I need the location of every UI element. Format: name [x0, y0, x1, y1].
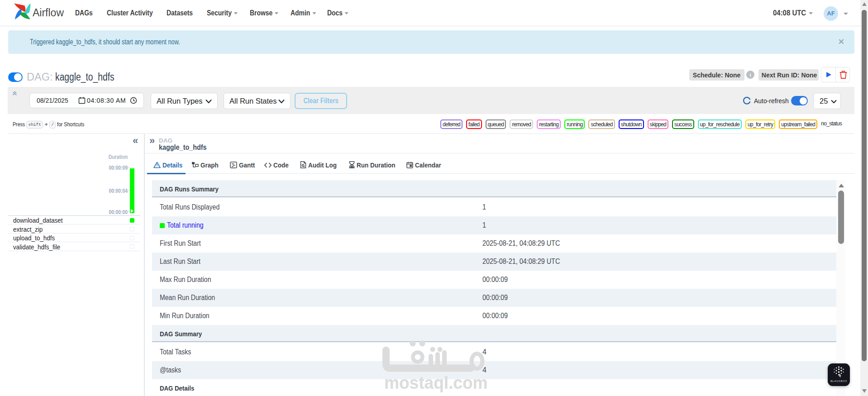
svg-text:BLACKBOX: BLACKBOX	[830, 380, 847, 382]
